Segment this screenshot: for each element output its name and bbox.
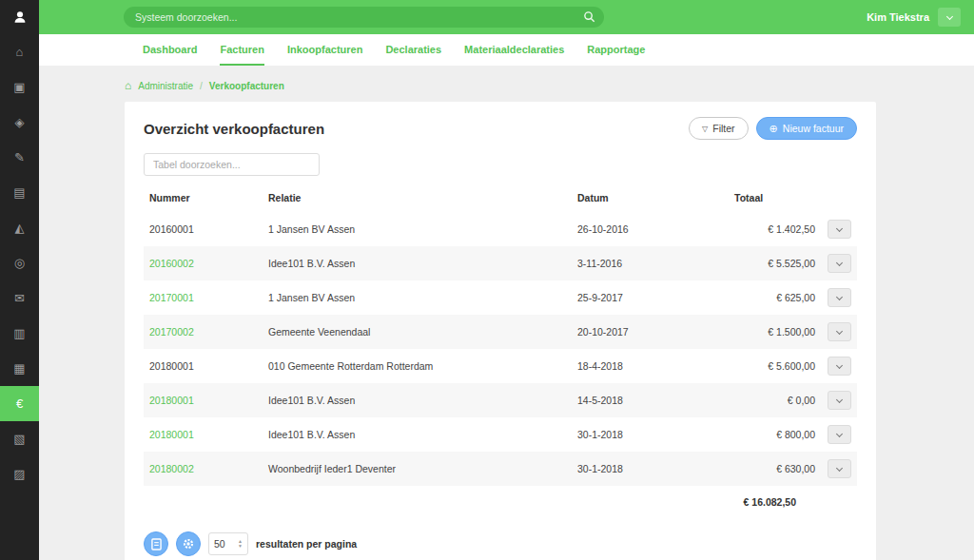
row-actions-dropdown[interactable] bbox=[828, 220, 851, 239]
breadcrumb-item[interactable]: Administratie bbox=[138, 81, 193, 91]
invoice-total: € 5.525,00 bbox=[729, 246, 821, 280]
invoice-number[interactable]: 20170001 bbox=[144, 280, 263, 315]
row-actions-dropdown[interactable] bbox=[828, 357, 851, 376]
app-logo[interactable] bbox=[0, 0, 39, 34]
table-row: 201700011 Jansen BV Assen25-9-2017€ 625,… bbox=[144, 280, 857, 315]
sidebar-item-administration[interactable]: € bbox=[0, 386, 39, 421]
search-icon bbox=[583, 10, 595, 23]
row-actions-dropdown[interactable] bbox=[828, 391, 851, 410]
user-area: Kim Tiekstra bbox=[867, 8, 961, 27]
support-icon: ◎ bbox=[14, 256, 25, 270]
document-icon bbox=[151, 538, 162, 550]
filter-button[interactable]: ▽ Filter bbox=[689, 117, 749, 140]
table-row: 20170002Gemeente Veenendaal20-10-2017€ 1… bbox=[144, 315, 857, 349]
new-invoice-button-label: Nieuw factuur bbox=[783, 123, 844, 134]
sidebar-item-tools[interactable]: ✎ bbox=[0, 140, 39, 175]
chevron-down-icon bbox=[836, 396, 843, 402]
products-icon: ▣ bbox=[13, 80, 25, 94]
filter-icon: ▽ bbox=[702, 125, 708, 133]
breadcrumb-separator: / bbox=[200, 81, 203, 91]
invoice-date: 30-1-2018 bbox=[572, 452, 729, 486]
settings-button[interactable] bbox=[176, 531, 201, 556]
tab-declaraties[interactable]: Declaraties bbox=[385, 34, 441, 66]
sidebar-item-support[interactable]: ◎ bbox=[0, 245, 39, 280]
invoice-total: € 800,00 bbox=[729, 417, 821, 452]
app-logo-icon bbox=[11, 9, 29, 26]
per-page-label: resultaten per pagina bbox=[256, 538, 357, 550]
sidebar-item-messages[interactable]: ✉ bbox=[0, 280, 39, 316]
sidebar-item-tags[interactable]: ◈ bbox=[0, 105, 39, 140]
table-row: 201600011 Jansen BV Assen26-10-2016€ 1.4… bbox=[144, 212, 857, 246]
table-footer: 50 ▲▼ resultaten per pagina bbox=[144, 531, 857, 556]
sidebar: ⌂▣◈✎▤◭◎✉▥▦€▧▨ bbox=[0, 0, 39, 560]
invoice-date: 3-11-2016 bbox=[572, 246, 729, 280]
new-invoice-button[interactable]: ⊕ Nieuw factuur bbox=[756, 117, 857, 140]
column-header-actions bbox=[821, 183, 857, 212]
row-actions-dropdown[interactable] bbox=[828, 459, 851, 478]
invoice-relation: Idee101 B.V. Assen bbox=[263, 417, 572, 452]
column-header-nummer: Nummer bbox=[144, 183, 263, 212]
tab-rapportage[interactable]: Rapportage bbox=[587, 34, 645, 66]
content-area: ⌂ Administratie / Verkoopfacturen Overzi… bbox=[39, 66, 974, 560]
table-total-row: € 16.082,50 bbox=[144, 486, 857, 518]
chevron-down-icon bbox=[836, 464, 843, 471]
messages-icon: ✉ bbox=[14, 291, 25, 305]
invoice-number[interactable]: 20170002 bbox=[144, 315, 263, 349]
invoice-relation: 1 Jansen BV Assen bbox=[263, 280, 572, 315]
row-actions-dropdown[interactable] bbox=[828, 254, 851, 273]
invoice-number[interactable]: 20180001 bbox=[144, 417, 263, 452]
sidebar-item-home[interactable]: ⌂ bbox=[0, 34, 39, 69]
sidebar-item-calendar[interactable]: ▦ bbox=[0, 351, 39, 386]
table-row: 20180001Idee101 B.V. Assen30-1-2018€ 800… bbox=[144, 417, 857, 452]
invoice-number[interactable]: 20180001 bbox=[144, 383, 263, 417]
invoice-date: 20-10-2017 bbox=[572, 315, 729, 349]
table-search-input[interactable] bbox=[144, 153, 320, 176]
invoice-date: 30-1-2018 bbox=[572, 417, 729, 452]
chevron-down-icon bbox=[836, 327, 843, 334]
chevron-down-icon bbox=[836, 430, 843, 436]
sidebar-item-inventory[interactable]: ▤ bbox=[0, 175, 39, 210]
tab-materiaaldeclaraties[interactable]: Materiaaldeclaraties bbox=[464, 34, 564, 66]
calendar-icon: ▦ bbox=[13, 361, 25, 376]
per-page-value: 50 bbox=[214, 538, 225, 550]
table-row: 20160002Idee101 B.V. Assen3-11-2016€ 5.5… bbox=[144, 246, 857, 280]
sidebar-item-catalog[interactable]: ▨ bbox=[0, 456, 39, 492]
invoice-date: 26-10-2016 bbox=[572, 212, 729, 246]
invoice-total: € 0,00 bbox=[729, 383, 821, 417]
tab-dashboard[interactable]: Dashboard bbox=[143, 34, 197, 66]
breadcrumb: ⌂ Administratie / Verkoopfacturen bbox=[125, 79, 974, 92]
invoice-number[interactable]: 20180002 bbox=[144, 452, 263, 486]
invoice-total: € 630,00 bbox=[729, 452, 821, 486]
header-actions: ▽ Filter ⊕ Nieuw factuur bbox=[689, 117, 857, 140]
table-row: 20180002Woonbedrijf Ieder1 Deventer30-1-… bbox=[144, 452, 857, 486]
spinner-arrows-icon: ▲▼ bbox=[238, 539, 243, 549]
sidebar-item-lab[interactable]: ◭ bbox=[0, 210, 39, 245]
chevron-down-icon bbox=[836, 361, 843, 368]
contacts-icon: ▧ bbox=[13, 432, 25, 446]
column-header-totaal: Totaal bbox=[729, 183, 821, 212]
row-actions-dropdown[interactable] bbox=[828, 425, 851, 444]
row-actions-dropdown[interactable] bbox=[828, 322, 851, 341]
lab-icon: ◭ bbox=[15, 221, 25, 235]
filter-button-label: Filter bbox=[712, 123, 734, 134]
home-icon: ⌂ bbox=[16, 45, 24, 59]
topbar: Kim Tiekstra bbox=[39, 0, 974, 34]
export-button[interactable] bbox=[144, 531, 168, 556]
user-menu-button[interactable] bbox=[938, 8, 961, 27]
system-search bbox=[124, 7, 604, 28]
sidebar-item-orders[interactable]: ▥ bbox=[0, 316, 39, 351]
tags-icon: ◈ bbox=[15, 115, 25, 129]
user-name: Kim Tiekstra bbox=[867, 11, 929, 23]
system-search-input[interactable] bbox=[124, 7, 604, 28]
invoice-relation: Idee101 B.V. Assen bbox=[263, 383, 572, 417]
invoice-number[interactable]: 20160002 bbox=[144, 246, 263, 280]
sidebar-item-contacts[interactable]: ▧ bbox=[0, 421, 39, 456]
per-page-select[interactable]: 50 ▲▼ bbox=[208, 532, 248, 555]
row-actions-dropdown[interactable] bbox=[828, 288, 851, 307]
tab-inkoopfacturen[interactable]: Inkoopfacturen bbox=[287, 34, 362, 66]
tab-facturen[interactable]: Facturen bbox=[220, 34, 263, 66]
sidebar-item-products[interactable]: ▣ bbox=[0, 69, 39, 105]
chevron-down-icon bbox=[836, 259, 843, 265]
home-icon[interactable]: ⌂ bbox=[125, 79, 131, 92]
gear-icon bbox=[182, 537, 195, 550]
